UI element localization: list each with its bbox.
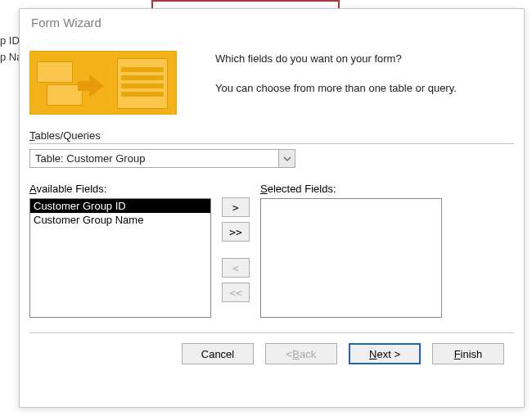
form-wizard-dialog: Form Wizard Which fields d: [19, 8, 525, 408]
combo-value: Table: Customer Group: [30, 150, 278, 167]
next-button[interactable]: Next >: [349, 343, 421, 364]
available-fields-listbox[interactable]: Customer Group IDCustomer Group Name: [29, 198, 211, 318]
remove-all-fields-button: <<: [222, 283, 250, 302]
tables-queries-combo[interactable]: Table: Customer Group: [29, 149, 295, 168]
selected-fields-label: Selected Fields:: [260, 183, 442, 195]
divider: [29, 143, 514, 144]
cancel-button[interactable]: Cancel: [182, 343, 254, 364]
add-field-button[interactable]: >: [222, 197, 250, 217]
remove-field-button: <: [222, 258, 250, 278]
list-item[interactable]: Customer Group ID: [30, 199, 210, 213]
tables-queries-label: Tables/Queries: [29, 129, 514, 142]
selected-fields-listbox[interactable]: [260, 198, 442, 318]
chevron-down-icon: [283, 156, 291, 161]
intro-line-1: Which fields do you want on your form?: [215, 51, 457, 67]
available-fields-label: Available Fields:: [29, 183, 211, 195]
list-item[interactable]: Customer Group Name: [30, 213, 210, 227]
combo-dropdown-button[interactable]: [278, 150, 295, 167]
dialog-title: Form Wizard: [20, 9, 524, 38]
intro-line-2: You can choose from more than one table …: [215, 80, 457, 97]
finish-button[interactable]: Finish: [432, 343, 504, 364]
back-button: < Back: [265, 343, 337, 364]
intro-text: Which fields do you want on your form? Y…: [205, 46, 457, 120]
add-all-fields-button[interactable]: >>: [222, 222, 250, 242]
wizard-button-row: Cancel < Back Next > Finish: [29, 333, 514, 364]
wizard-graphic: [29, 46, 205, 120]
